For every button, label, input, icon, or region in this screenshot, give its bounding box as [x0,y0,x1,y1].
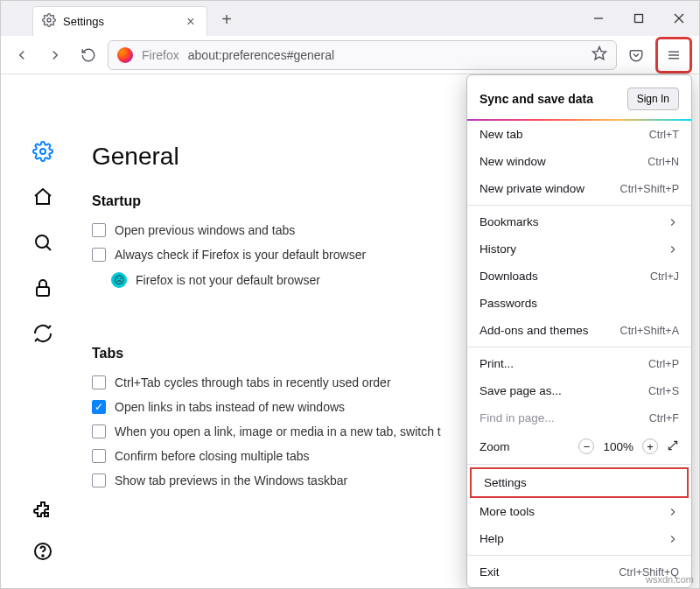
svg-rect-12 [37,287,49,296]
bookmark-star-icon[interactable] [592,46,607,64]
chevron-right-icon [667,243,679,256]
svg-line-11 [46,246,51,250]
menu-bookmarks[interactable]: Bookmarks [467,208,691,235]
tab-strip: Settings × + [32,6,239,36]
sidebar-item-privacy[interactable] [32,277,53,298]
zoom-out-button[interactable]: − [578,438,594,454]
maximize-button[interactable] [619,1,659,36]
sign-in-button[interactable]: Sign In [627,88,679,110]
menu-find-in-page[interactable]: Find in page...Ctrl+F [467,404,691,431]
menu-new-private-window[interactable]: New private windowCtrl+Shift+P [467,175,691,202]
close-window-button[interactable] [659,1,699,36]
menu-addons[interactable]: Add-ons and themesCtrl+Shift+A [467,317,691,344]
menu-new-tab[interactable]: New tabCtrl+T [467,121,691,148]
url-text: about:preferences#general [188,48,334,62]
menu-more-tools[interactable]: More tools [467,498,691,525]
titlebar: Settings × + [1,1,699,36]
reload-button[interactable] [74,41,102,69]
chevron-right-icon [667,533,679,545]
chevron-right-icon [667,216,679,228]
svg-point-9 [40,149,46,154]
firefox-logo-icon [117,47,133,63]
back-button[interactable] [8,41,36,69]
sidebar-item-home[interactable] [32,186,53,207]
menu-settings[interactable]: Settings [470,467,689,498]
checkbox-icon[interactable] [92,424,106,438]
hamburger-highlight [655,37,692,74]
checkbox-icon[interactable] [92,449,106,463]
sidebar-item-general[interactable] [32,141,53,162]
app-menu-button[interactable] [660,41,688,69]
fullscreen-icon[interactable] [667,439,679,454]
svg-point-0 [47,18,51,22]
svg-marker-5 [593,47,606,60]
gear-icon [42,13,56,30]
zoom-in-button[interactable]: + [642,438,658,454]
sidebar-item-extensions[interactable] [32,499,53,520]
menu-help[interactable]: Help [467,525,691,552]
menu-passwords[interactable]: Passwords [467,290,691,317]
chevron-right-icon [667,506,679,518]
menu-history[interactable]: History [467,235,691,263]
menu-save-page-as[interactable]: Save page as...Ctrl+S [467,377,691,404]
svg-point-14 [42,555,44,557]
minimize-button[interactable] [578,1,619,36]
nav-toolbar: Firefox about:preferences#general [1,36,699,74]
sidebar-item-help[interactable] [32,541,53,562]
browser-tab[interactable]: Settings × [32,6,207,36]
url-brand: Firefox [142,48,179,62]
sidebar-item-search[interactable] [32,232,53,253]
menu-sync-header: Sync and save data Sign In [467,81,691,121]
svg-rect-2 [635,15,643,23]
menu-new-window[interactable]: New windowCtrl+N [467,148,691,175]
watermark: wsxdn.com [646,574,694,585]
forward-button[interactable] [41,41,69,69]
sidebar-item-sync[interactable] [32,323,53,344]
tab-close-button[interactable]: × [184,15,198,29]
menu-zoom: Zoom − 100% + [467,431,691,461]
preferences-sidebar [1,74,85,588]
url-bar[interactable]: Firefox about:preferences#general [108,40,617,70]
sad-face-icon: ☹ [111,272,127,288]
pocket-icon[interactable] [622,41,650,69]
checkbox-icon[interactable]: ✓ [92,400,106,414]
checkbox-icon[interactable] [92,223,106,237]
checkbox-icon[interactable] [92,473,106,487]
menu-print[interactable]: Print...Ctrl+P [467,350,691,377]
checkbox-icon[interactable] [92,248,106,262]
menu-downloads[interactable]: DownloadsCtrl+J [467,263,691,290]
svg-point-10 [36,235,48,248]
window-controls [578,1,699,36]
app-menu-panel: Sync and save data Sign In New tabCtrl+T… [466,74,692,588]
sync-title: Sync and save data [480,92,593,106]
checkbox-icon[interactable] [92,375,106,389]
zoom-value: 100% [603,440,634,453]
new-tab-button[interactable]: + [214,8,239,32]
tab-title: Settings [63,15,177,28]
